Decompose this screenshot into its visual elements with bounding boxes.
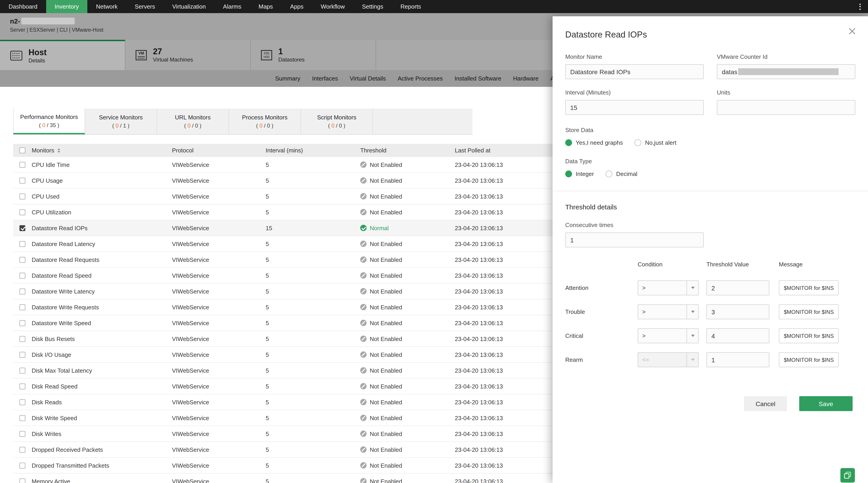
nav-item-alarms[interactable]: Alarms [215,0,250,13]
subtab-active-processes[interactable]: Active Processes [398,75,443,82]
monitor-name-cell[interactable]: Datastore Write Requests [32,304,172,311]
row-checkbox[interactable] [20,478,25,483]
sort-icon[interactable] [58,148,60,153]
chevron-down-icon[interactable] [686,353,698,367]
nav-item-reports[interactable]: Reports [392,0,430,13]
row-checkbox[interactable] [20,415,25,421]
message-input-trouble[interactable]: $MONITOR for $INSTANCE [779,304,839,319]
row-checkbox[interactable] [20,225,25,231]
monitor-name-cell[interactable]: Disk Write Speed [32,415,172,421]
threshold-value-input-rearm[interactable]: 1 [707,352,769,367]
select-all-checkbox[interactable] [20,148,25,153]
subtab-interfaces[interactable]: Interfaces [312,75,338,82]
tab-virtual-machines[interactable]: VM 27 Virtual Machines [125,40,251,70]
threshold-value-input-attention[interactable]: 2 [707,280,769,295]
nav-item-network[interactable]: Network [87,0,126,13]
radio-icon[interactable] [565,139,572,146]
row-checkbox[interactable] [20,241,25,247]
monitor-name-cell[interactable]: CPU Usage [32,177,172,184]
vmware-counter-id-input[interactable]: datas [717,64,855,79]
message-input-attention[interactable]: $MONITOR for $INSTANCE [779,280,839,295]
monitor-name-cell[interactable]: Disk Bus Resets [32,335,172,342]
monitor-name-cell[interactable]: Datastore Read Latency [32,240,172,247]
monitor-name-cell[interactable]: CPU Used [32,193,172,200]
store-data-option-no-just-alert[interactable]: No,just alert [635,139,677,146]
monitor-tab-performance-monitors[interactable]: Performance Monitors ( 0 / 35 ) [13,108,85,134]
condition-select-attention[interactable]: > [638,280,699,295]
subtab-installed-software[interactable]: Installed Software [455,75,501,82]
consecutive-times-input[interactable]: 1 [565,232,704,247]
monitor-name-cell[interactable]: Datastore Read Speed [32,272,172,279]
chevron-down-icon[interactable] [686,305,698,319]
row-checkbox[interactable] [20,367,25,373]
monitor-name-cell[interactable]: Disk I/O Usage [32,351,172,358]
monitor-name-cell[interactable]: CPU Utilization [32,209,172,216]
tab-host-details[interactable]: Host Details [0,40,125,70]
row-checkbox[interactable] [20,462,25,468]
message-input-rearm[interactable]: $MONITOR for $INSTANCE [779,352,839,367]
monitor-name-cell[interactable]: Disk Writes [32,430,172,437]
column-monitors[interactable]: Monitors [32,147,54,154]
condition-select-critical[interactable]: > [638,328,699,343]
chevron-down-icon[interactable] [686,281,698,295]
overflow-menu-icon[interactable] [852,0,868,13]
radio-icon[interactable] [635,139,642,146]
monitor-name-cell[interactable]: Datastore Write Latency [32,288,172,295]
feedback-button[interactable] [840,468,855,483]
monitor-tab-service-monitors[interactable]: Service Monitors ( 0 / 1 ) [85,108,157,134]
nav-item-maps[interactable]: Maps [250,0,281,13]
row-checkbox[interactable] [20,352,25,357]
threshold-value-input-critical[interactable]: 4 [707,328,769,343]
monitor-name-cell[interactable]: Dropped Transmitted Packets [32,462,172,469]
nav-item-servers[interactable]: Servers [126,0,164,13]
nav-item-settings[interactable]: Settings [353,0,392,13]
store-data-option-yes-i-need-graphs[interactable]: Yes,I need graphs [565,139,623,146]
threshold-value-input-trouble[interactable]: 3 [707,304,769,319]
row-checkbox[interactable] [20,399,25,405]
units-input[interactable] [717,100,855,115]
row-checkbox[interactable] [20,383,25,389]
data-type-option-decimal[interactable]: Decimal [606,170,638,177]
row-checkbox[interactable] [20,304,25,310]
row-checkbox[interactable] [20,272,25,278]
radio-icon[interactable] [606,170,613,177]
nav-item-inventory[interactable]: Inventory [46,0,87,13]
monitor-tab-process-monitors[interactable]: Process Monitors ( 0 / 0 ) [229,108,301,134]
monitor-name-cell[interactable]: CPU Idle Time [32,161,172,168]
monitor-name-cell[interactable]: Datastore Read IOPs [32,225,172,231]
row-checkbox[interactable] [20,193,25,199]
data-type-option-integer[interactable]: Integer [565,170,594,177]
row-checkbox[interactable] [20,288,25,294]
save-button[interactable]: Save [799,396,852,411]
condition-select-rearm[interactable]: <= [638,352,699,367]
nav-item-virtualization[interactable]: Virtualization [164,0,214,13]
subtab-virtual-details[interactable]: Virtual Details [350,75,386,82]
monitor-name-cell[interactable]: Disk Read Speed [32,383,172,390]
subtab-summary[interactable]: Summary [275,75,300,82]
radio-icon[interactable] [565,170,572,177]
monitor-name-input[interactable]: Datastore Read IOPs [565,64,704,79]
monitor-name-cell[interactable]: Dropped Received Packets [32,446,172,453]
monitor-name-cell[interactable]: Datastore Read Requests [32,256,172,263]
row-checkbox[interactable] [20,257,25,262]
row-checkbox[interactable] [20,178,25,183]
monitor-name-cell[interactable]: Memory Active [32,478,172,483]
nav-item-workflow[interactable]: Workflow [312,0,353,13]
monitor-name-cell[interactable]: Disk Max Total Latency [32,367,172,374]
nav-item-dashboard[interactable]: Dashboard [0,0,46,13]
monitor-name-cell[interactable]: Datastore Write Speed [32,320,172,326]
monitor-tab-url-monitors[interactable]: URL Monitors ( 0 / 0 ) [157,108,229,134]
row-checkbox[interactable] [20,336,25,342]
nav-item-apps[interactable]: Apps [281,0,312,13]
cancel-button[interactable]: Cancel [744,396,787,411]
row-checkbox[interactable] [20,162,25,167]
row-checkbox[interactable] [20,209,25,215]
condition-select-trouble[interactable]: > [638,304,699,319]
subtab-hardware[interactable]: Hardware [513,75,538,82]
close-icon[interactable] [848,27,856,35]
row-checkbox[interactable] [20,320,25,326]
interval-input[interactable]: 15 [565,100,704,115]
chevron-down-icon[interactable] [686,329,698,343]
tab-datastores[interactable]: SSDHDD 1 Datastores [251,40,376,70]
monitor-tab-script-monitors[interactable]: Script Monitors ( 0 / 0 ) [301,108,373,134]
